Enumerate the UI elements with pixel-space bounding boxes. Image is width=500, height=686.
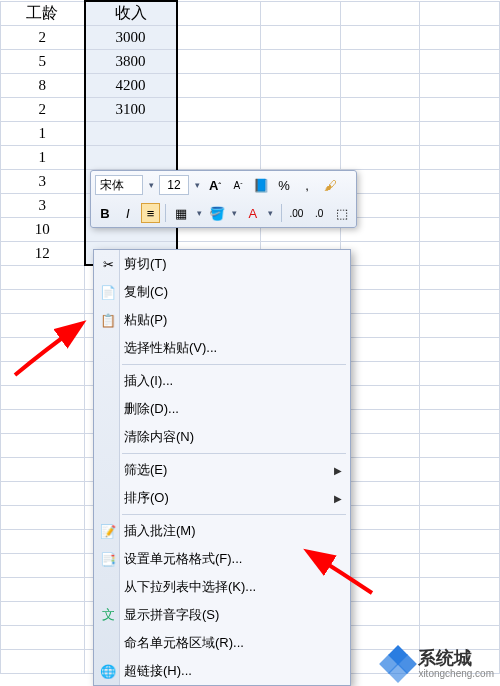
header-a: 工龄 [1,1,85,25]
cell-a[interactable]: 2 [1,97,85,121]
cell-a[interactable]: 1 [1,121,85,145]
mini-toolbar: 宋体▾ 12▾ Aˆ Aˇ 📘 % , 🖌 B I ≡ ▦▾ 🪣▾ A▾ .00… [90,170,357,228]
menu-copy[interactable]: 📄复制(C) [94,278,350,306]
increase-decimal-button[interactable]: .0 [309,203,329,223]
font-size-select[interactable]: 12 [159,175,189,195]
style-button[interactable]: 📘 [251,175,271,195]
menu-sort[interactable]: 排序(O)▶ [94,484,350,512]
dropdown-icon[interactable]: ▾ [192,180,202,190]
align-center-button[interactable]: ≡ [141,203,161,223]
menu-hyperlink[interactable]: 🌐超链接(H)... [94,657,350,685]
hyperlink-icon: 🌐 [99,662,117,680]
format-painter-button[interactable]: 🖌 [320,175,340,195]
cell-a[interactable]: 5 [1,49,85,73]
cell-a[interactable]: 2 [1,25,85,49]
decrease-font-button[interactable]: Aˇ [228,175,248,195]
menu-show-pinyin[interactable]: 文显示拼音字段(S) [94,601,350,629]
percent-button[interactable]: % [274,175,294,195]
menu-format-cells[interactable]: 📑设置单元格格式(F)... [94,545,350,573]
menu-filter[interactable]: 筛选(E)▶ [94,456,350,484]
bold-button[interactable]: B [95,203,115,223]
cell-b[interactable]: 3800 [85,49,177,73]
cell-b[interactable]: 3100 [85,97,177,121]
watermark-logo-icon [382,648,414,680]
cell-b[interactable]: 4200 [85,73,177,97]
format-icon: 📑 [99,550,117,568]
paste-icon: 📋 [99,311,117,329]
increase-font-button[interactable]: Aˆ [205,175,225,195]
menu-insert[interactable]: 插入(I)... [94,367,350,395]
cell-b[interactable]: 3000 [85,25,177,49]
font-color-button[interactable]: A [243,203,263,223]
pinyin-icon: 文 [99,606,117,624]
borders-button[interactable]: ▦ [171,203,191,223]
cell-a[interactable]: 3 [1,169,85,193]
dropdown-icon[interactable]: ▾ [266,208,276,218]
dropdown-icon[interactable]: ▾ [230,208,240,218]
fill-color-button[interactable]: 🪣 [207,203,227,223]
menu-paste[interactable]: 📋粘贴(P) [94,306,350,334]
menu-paste-special[interactable]: 选择性粘贴(V)... [94,334,350,362]
watermark: 系统城xitongcheng.com [382,648,494,680]
menu-cut[interactable]: ✂剪切(T) [94,250,350,278]
menu-pick-from-list[interactable]: 从下拉列表中选择(K)... [94,573,350,601]
dropdown-icon[interactable]: ▾ [194,208,204,218]
cell-a[interactable]: 12 [1,241,85,265]
decrease-decimal-button[interactable]: .00 [287,203,307,223]
dropdown-icon[interactable]: ▾ [146,180,156,190]
submenu-arrow-icon: ▶ [334,493,342,504]
submenu-arrow-icon: ▶ [334,465,342,476]
menu-clear[interactable]: 清除内容(N) [94,423,350,451]
menu-insert-comment[interactable]: 📝插入批注(M) [94,517,350,545]
cell-b[interactable] [85,145,177,169]
cell-a[interactable]: 8 [1,73,85,97]
header-b: 收入 [85,1,177,25]
font-name-select[interactable]: 宋体 [95,175,143,195]
copy-icon: 📄 [99,283,117,301]
cut-icon: ✂ [99,255,117,273]
cell-a[interactable]: 3 [1,193,85,217]
cell-a[interactable]: 10 [1,217,85,241]
cell-b[interactable] [85,121,177,145]
menu-name-range[interactable]: 命名单元格区域(R)... [94,629,350,657]
comment-icon: 📝 [99,522,117,540]
comma-button[interactable]: , [297,175,317,195]
cell-a[interactable]: 1 [1,145,85,169]
italic-button[interactable]: I [118,203,138,223]
merge-button[interactable]: ⬚ [332,203,352,223]
context-menu: ✂剪切(T) 📄复制(C) 📋粘贴(P) 选择性粘贴(V)... 插入(I)..… [93,249,351,686]
menu-delete[interactable]: 删除(D)... [94,395,350,423]
